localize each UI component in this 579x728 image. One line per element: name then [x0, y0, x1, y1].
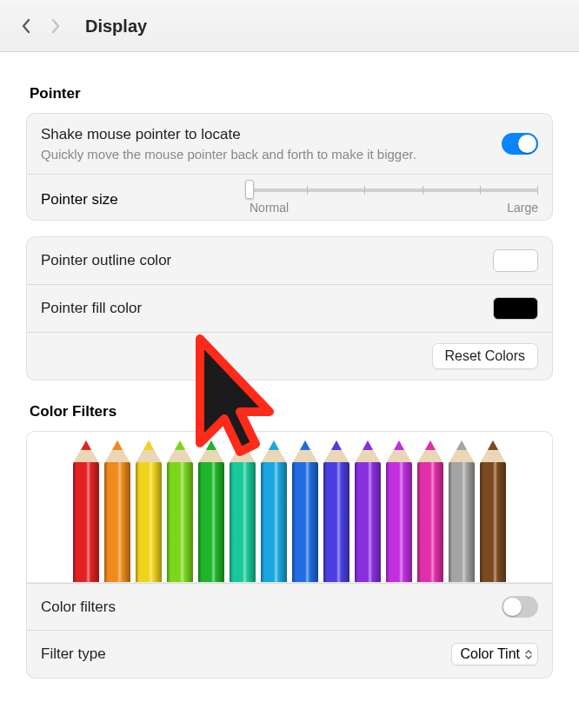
pointer-size-slider[interactable] — [250, 189, 538, 192]
pencil-icon — [476, 440, 509, 582]
fill-color-label: Pointer fill color — [41, 300, 142, 317]
pencil-icon — [101, 440, 134, 582]
pencil-icon — [70, 440, 103, 582]
pencil-icon — [445, 440, 478, 582]
pencils-preview — [27, 432, 552, 583]
fill-color-well[interactable] — [493, 297, 538, 320]
pencil-icon — [289, 440, 322, 582]
pointer-size-row: Pointer size Normal Large — [27, 174, 552, 220]
fill-color-row: Pointer fill color — [27, 284, 552, 332]
header: Display — [0, 0, 579, 52]
outline-color-row: Pointer outline color — [27, 237, 552, 284]
slider-min-label: Normal — [250, 201, 289, 215]
filter-type-row: Filter type Color Tint — [27, 630, 552, 678]
pencil-icon — [132, 440, 165, 582]
pencil-icon — [414, 440, 447, 582]
shake-row: Shake mouse pointer to locate Quickly mo… — [27, 114, 552, 174]
back-button[interactable] — [19, 19, 33, 33]
pointer-panel: Shake mouse pointer to locate Quickly mo… — [26, 113, 553, 221]
pointer-size-label: Pointer size — [41, 191, 250, 208]
color-filters-heading: Color Filters — [30, 403, 549, 420]
filter-type-select[interactable]: Color Tint — [451, 643, 538, 665]
page-title: Display — [85, 17, 147, 36]
color-filters-panel: Color filters Filter type Color Tint — [26, 431, 553, 678]
pencil-icon — [163, 440, 196, 582]
pencil-icon — [195, 440, 228, 582]
color-filters-toggle[interactable] — [502, 596, 538, 618]
pencil-icon — [226, 440, 259, 582]
slider-max-label: Large — [507, 201, 538, 215]
pointer-color-panel: Pointer outline color Pointer fill color… — [26, 236, 553, 381]
reset-colors-button[interactable]: Reset Colors — [432, 343, 538, 369]
pointer-heading: Pointer — [30, 85, 549, 103]
color-filters-row: Color filters — [27, 583, 552, 630]
chevron-right-icon — [50, 18, 61, 34]
shake-toggle[interactable] — [502, 133, 538, 155]
shake-sub: Quickly move the mouse pointer back and … — [41, 147, 502, 162]
pencil-icon — [383, 440, 416, 582]
nav-arrows — [19, 19, 63, 33]
shake-label: Shake mouse pointer to locate — [41, 126, 502, 143]
filter-type-value: Color Tint — [461, 646, 520, 662]
filter-type-label: Filter type — [41, 645, 106, 663]
pencil-icon — [257, 440, 290, 582]
outline-color-well[interactable] — [493, 249, 538, 272]
color-filters-label: Color filters — [41, 599, 116, 616]
outline-color-label: Pointer outline color — [41, 252, 171, 269]
forward-button[interactable] — [49, 19, 63, 33]
slider-thumb[interactable] — [245, 180, 254, 199]
chevron-left-icon — [21, 18, 31, 34]
chevron-updown-icon — [525, 650, 532, 659]
pencil-icon — [351, 440, 384, 582]
pencil-icon — [320, 440, 353, 582]
reset-row: Reset Colors — [27, 332, 552, 380]
